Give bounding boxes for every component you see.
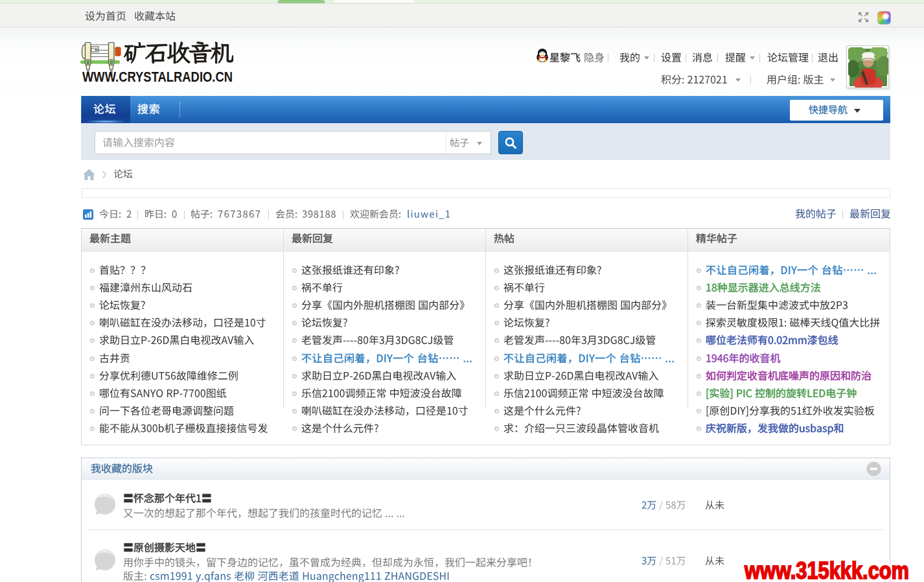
svg-text:www.315kkk.com: www.315kkk.com <box>744 557 909 582</box>
svg-text:WWW.CRYSTALRADIO.CN: WWW.CRYSTALRADIO.CN <box>82 68 233 84</box>
